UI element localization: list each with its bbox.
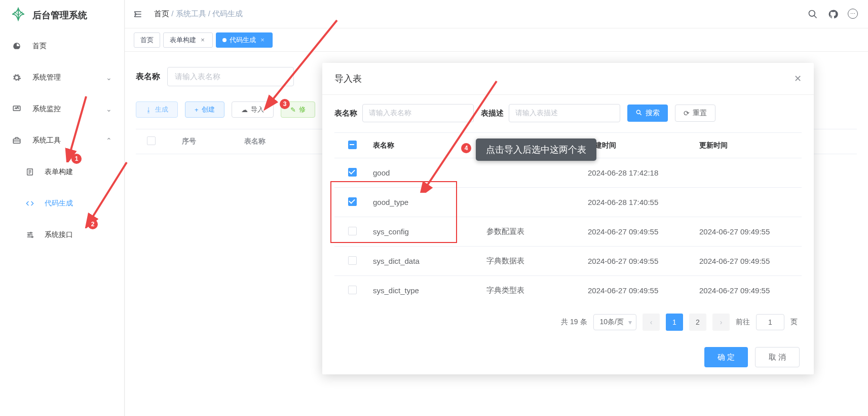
breadcrumb-home[interactable]: 首页 <box>154 9 169 18</box>
plus-icon: + <box>195 106 199 114</box>
dialog-desc-input[interactable]: 请输入表描述 <box>509 104 620 122</box>
cell-desc: 字典数据表 <box>486 256 588 266</box>
table-name-input[interactable]: 请输入表名称 <box>167 67 294 86</box>
row-checkbox[interactable] <box>348 256 357 265</box>
search-icon <box>635 109 643 118</box>
dialog-name-label: 表名称 <box>334 109 357 118</box>
logo-icon <box>11 7 25 24</box>
pencil-icon: ✎ <box>290 106 296 114</box>
menu-form-builder[interactable]: 表单构建 <box>0 156 124 188</box>
tab-home[interactable]: 首页 <box>134 32 160 48</box>
close-icon[interactable]: × <box>259 37 266 44</box>
row-checkbox[interactable] <box>348 197 357 206</box>
breadcrumb: 首页 / 系统工具 / 代码生成 <box>154 9 243 19</box>
table-row[interactable]: good_type2024-06-28 17:40:55 <box>334 188 802 217</box>
confirm-button[interactable]: 确 定 <box>704 347 748 367</box>
page-1-button[interactable]: 1 <box>666 314 683 331</box>
table-row[interactable]: good2024-06-28 17:42:18 <box>334 158 802 188</box>
reset-button[interactable]: ⟳重置 <box>675 105 715 122</box>
close-icon[interactable]: ✕ <box>794 73 802 84</box>
hamburger-icon[interactable] <box>132 8 144 20</box>
menu-sys-tool[interactable]: 系统工具 ⌃ <box>0 125 124 156</box>
table-row[interactable]: sys_dict_type字典类型表2024-06-27 09:49:55202… <box>334 276 802 304</box>
cell-updated: 2024-06-27 09:49:55 <box>699 227 802 236</box>
annotation-badge-3: 3 <box>280 99 290 109</box>
more-icon[interactable]: ⋯ <box>848 9 858 19</box>
generate-button[interactable]: ⭳生成 <box>136 101 178 118</box>
sidebar: 后台管理系统 首页 系统管理 ⌄ 系统监控 ⌄ 系统工具 ⌃ 表单构建 代码生成… <box>0 0 125 416</box>
row-checkbox[interactable] <box>348 286 357 294</box>
table-row[interactable]: sys_config参数配置表2024-06-27 09:49:552024-0… <box>334 217 802 247</box>
menu-home[interactable]: 首页 <box>0 30 124 62</box>
cell-updated: 2024-06-27 09:49:55 <box>699 286 802 295</box>
tab-code-gen[interactable]: 代码生成× <box>216 32 273 48</box>
cell-updated: 2024-06-27 09:49:55 <box>699 257 802 265</box>
svg-point-4 <box>28 234 30 236</box>
select-all-checkbox[interactable] <box>147 136 156 145</box>
chevron-up-icon: ⌃ <box>106 136 112 145</box>
dialog-select-all-checkbox[interactable] <box>348 141 357 149</box>
close-icon[interactable]: × <box>199 37 206 44</box>
cell-desc: 参数配置表 <box>486 227 588 236</box>
goto-page-input[interactable]: 1 <box>756 314 784 330</box>
active-dot-icon <box>222 38 227 42</box>
toolbox-icon <box>12 136 21 145</box>
page-2-button[interactable]: 2 <box>689 314 706 331</box>
app-logo-row: 后台管理系统 <box>0 0 124 30</box>
dashboard-icon <box>12 42 21 51</box>
search-button[interactable]: 搜索 <box>627 105 668 122</box>
monitor-icon <box>12 105 21 114</box>
annotation-badge-2: 2 <box>88 219 98 229</box>
row-checkbox[interactable] <box>348 227 357 235</box>
next-page-button[interactable]: › <box>712 314 730 331</box>
download-icon: ⭳ <box>145 106 152 114</box>
annotation-badge-1: 1 <box>71 154 82 164</box>
upload-icon: ☁ <box>241 106 248 114</box>
total-count: 共 19 条 <box>561 318 587 327</box>
menu-sys-manage[interactable]: 系统管理 ⌄ <box>0 62 124 93</box>
cell-created: 2024-06-27 09:49:55 <box>588 227 699 236</box>
table-row[interactable]: sys_dict_data字典数据表2024-06-27 09:49:55202… <box>334 247 802 276</box>
svg-point-6 <box>809 10 815 16</box>
prev-page-button[interactable]: ‹ <box>643 314 660 331</box>
chevron-down-icon: ⌄ <box>106 74 112 82</box>
cell-name: sys_config <box>370 227 486 236</box>
svg-point-5 <box>31 236 33 238</box>
row-checkbox[interactable] <box>348 168 357 177</box>
cancel-button[interactable]: 取 消 <box>755 347 800 367</box>
dialog-name-input[interactable]: 请输入表名称 <box>362 104 474 122</box>
menu-sys-monitor[interactable]: 系统监控 ⌄ <box>0 93 124 125</box>
menu-sys-api[interactable]: 系统接口 <box>0 219 124 251</box>
github-icon[interactable] <box>827 9 839 20</box>
tab-form-builder[interactable]: 表单构建× <box>163 32 213 48</box>
dialog-desc-label: 表描述 <box>481 109 504 118</box>
create-button[interactable]: +创建 <box>185 101 224 118</box>
form-icon <box>25 168 34 176</box>
gear-icon <box>12 73 21 82</box>
breadcrumb-tool[interactable]: 系统工具 <box>176 9 206 18</box>
svg-point-3 <box>30 232 32 234</box>
cell-name: good_type <box>370 198 486 206</box>
cell-name: sys_dict_type <box>370 286 486 295</box>
import-button[interactable]: ☁导入 <box>232 101 274 118</box>
code-icon <box>25 199 34 207</box>
cell-desc: 字典类型表 <box>486 286 588 295</box>
cell-created: 2024-06-27 09:49:55 <box>588 286 699 295</box>
annotation-badge-4: 4 <box>461 143 471 153</box>
search-icon[interactable] <box>807 9 818 20</box>
cell-created: 2024-06-28 17:40:55 <box>588 198 699 206</box>
page-size-select[interactable]: 10条/页 <box>593 314 636 330</box>
breadcrumb-codegen: 代码生成 <box>212 9 243 18</box>
filter-label: 表名称 <box>136 72 160 82</box>
app-title: 后台管理系统 <box>32 9 87 21</box>
pagination: 共 19 条 10条/页 ‹ 1 2 › 前往 1 页 <box>334 304 802 334</box>
header: 首页 / 系统工具 / 代码生成 ⋯ <box>125 0 868 28</box>
cell-created: 2024-06-27 09:49:55 <box>588 257 699 265</box>
chevron-down-icon: ⌄ <box>106 105 112 113</box>
sliders-icon <box>25 231 34 239</box>
annotation-tooltip: 点击导入后选中这两个表 <box>476 138 596 161</box>
dialog-title: 导入表 <box>334 73 362 85</box>
tabs-bar: 首页 表单构建× 代码生成× <box>125 28 868 52</box>
menu-code-gen[interactable]: 代码生成 <box>0 188 124 219</box>
import-dialog: 导入表 ✕ 表名称 请输入表名称 表描述 请输入表描述 搜索 ⟳重置 表名称 表… <box>322 63 814 374</box>
